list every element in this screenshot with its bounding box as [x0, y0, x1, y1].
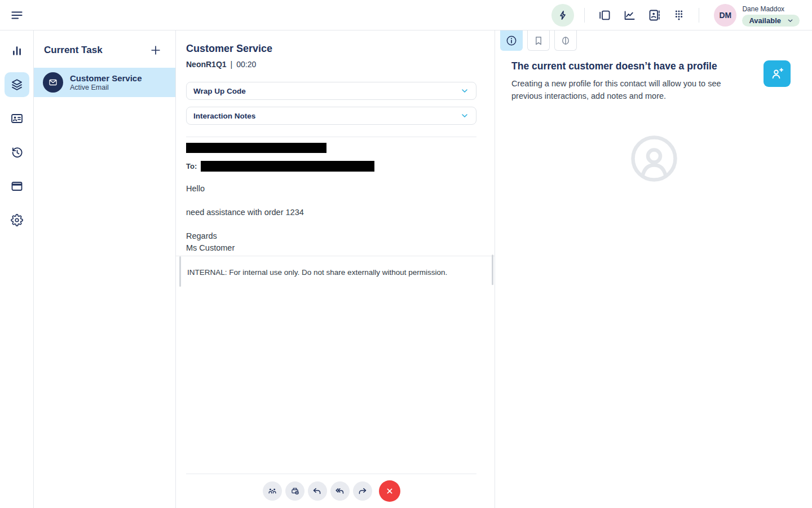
user-cluster: DM Dane Maddox Available — [714, 4, 800, 27]
close-x-icon — [385, 487, 394, 496]
task-subtitle: Active Email — [70, 84, 142, 92]
panels-icon — [598, 8, 611, 22]
status-selector[interactable]: Available — [742, 15, 800, 27]
reply-all-button[interactable] — [330, 481, 350, 501]
transfer-button[interactable] — [263, 481, 282, 501]
task-avatar — [43, 72, 63, 93]
sidebar-item-contacts[interactable] — [5, 106, 29, 131]
dialpad-icon — [672, 8, 686, 22]
layers-icon — [10, 78, 24, 91]
customer-profile-panel: The current customer doesn’t have a prof… — [496, 30, 812, 508]
forward-icon — [357, 486, 368, 497]
info-icon — [505, 34, 518, 47]
divider — [584, 8, 585, 23]
email-toolbar — [186, 474, 476, 508]
email-body: need assistance with order 1234 — [186, 207, 476, 218]
tab-info[interactable] — [500, 30, 523, 51]
chevron-down-icon — [460, 86, 469, 95]
wrap-up-code-label: Wrap Up Code — [193, 87, 246, 95]
left-nav-rail — [0, 30, 34, 508]
resize-handle[interactable] — [179, 256, 181, 287]
resize-handle[interactable] — [492, 255, 493, 285]
task-title: Customer Service — [70, 73, 142, 84]
meta-divider: | — [231, 60, 233, 69]
profile-placeholder-icon — [630, 135, 678, 182]
lightning-icon — [557, 10, 568, 21]
interaction-meta: NeonR1Q1 | 00:20 — [186, 60, 476, 69]
window-icon — [10, 179, 24, 193]
sidebar-item-settings[interactable] — [5, 208, 29, 233]
interaction-notes-label: Interaction Notes — [193, 112, 255, 120]
interaction-notes-accordion[interactable]: Interaction Notes — [186, 107, 476, 125]
avatar[interactable]: DM — [714, 4, 736, 27]
performance-chart-button[interactable] — [620, 6, 639, 25]
dialpad-button[interactable] — [669, 6, 689, 25]
no-profile-description: Creating a new profile for this contact … — [511, 77, 744, 102]
sidebar-item-performance[interactable] — [5, 38, 29, 63]
task-list-item[interactable]: Customer Service Active Email — [34, 68, 175, 97]
task-panel-title: Current Task — [44, 45, 103, 56]
forward-button[interactable] — [353, 481, 372, 501]
performance-chart-icon — [623, 8, 636, 22]
user-name: Dane Maddox — [742, 5, 800, 13]
printer-icon — [290, 486, 300, 496]
bookmark-icon — [533, 35, 544, 46]
top-header: DM Dane Maddox Available — [0, 0, 812, 30]
chevron-down-icon — [460, 111, 469, 120]
section-divider — [176, 256, 495, 256]
bar-chart-icon — [10, 44, 24, 58]
reply-icon — [312, 486, 323, 497]
add-task-button[interactable] — [148, 43, 163, 58]
panels-button[interactable] — [595, 6, 614, 25]
no-profile-heading: The current customer doesn’t have a prof… — [511, 60, 752, 72]
interaction-title: Customer Service — [186, 43, 476, 55]
wrap-up-code-accordion[interactable]: Wrap Up Code — [186, 82, 476, 100]
queue-name: NeonR1Q1 — [186, 60, 227, 69]
tab-ai-insights[interactable] — [554, 30, 577, 51]
history-icon — [10, 146, 24, 159]
plus-icon — [149, 44, 162, 56]
print-button[interactable] — [285, 481, 304, 501]
envelope-icon — [48, 77, 58, 87]
profile-tabs — [500, 30, 812, 51]
agent-desktop-app: DM Dane Maddox Available — [0, 0, 812, 508]
chevron-down-icon — [787, 17, 794, 24]
divider — [699, 8, 699, 23]
interaction-panel: Customer Service NeonR1Q1 | 00:20 Wrap U… — [176, 30, 495, 508]
email-greeting: Hello — [186, 183, 476, 195]
transfer-people-icon — [267, 486, 277, 496]
reply-button[interactable] — [308, 481, 327, 501]
contact-card-icon — [10, 112, 24, 125]
sidebar-item-tasks[interactable] — [5, 72, 29, 97]
status-label: Available — [749, 16, 781, 25]
gear-icon — [11, 214, 23, 226]
hamburger-menu-button[interactable] — [9, 7, 25, 23]
reply-all-icon — [334, 486, 345, 497]
contact-book-button[interactable] — [645, 6, 664, 25]
person-add-icon — [770, 67, 784, 81]
internal-note: INTERNAL: For internal use only. Do not … — [187, 268, 475, 277]
tab-bookmarks[interactable] — [527, 30, 550, 51]
task-list-panel: Current Task Customer Servic — [34, 30, 176, 508]
hamburger-icon — [10, 8, 24, 22]
no-profile-header: The current customer doesn’t have a prof… — [496, 51, 812, 102]
create-profile-button[interactable] — [764, 60, 791, 87]
to-label: To: — [186, 162, 197, 170]
contact-book-icon — [647, 8, 661, 22]
redacted-recipient — [201, 161, 374, 172]
sidebar-item-history[interactable] — [5, 140, 29, 165]
redacted-sender — [186, 143, 326, 153]
interaction-timer: 00:20 — [236, 60, 256, 69]
brain-icon — [560, 35, 571, 46]
end-interaction-button[interactable] — [379, 480, 400, 502]
email-signoff: Regards — [186, 230, 476, 242]
quick-actions-button[interactable] — [551, 4, 574, 27]
sidebar-item-windows[interactable] — [5, 174, 29, 199]
email-signature: Ms Customer — [186, 242, 476, 254]
email-header-divider — [186, 137, 476, 137]
